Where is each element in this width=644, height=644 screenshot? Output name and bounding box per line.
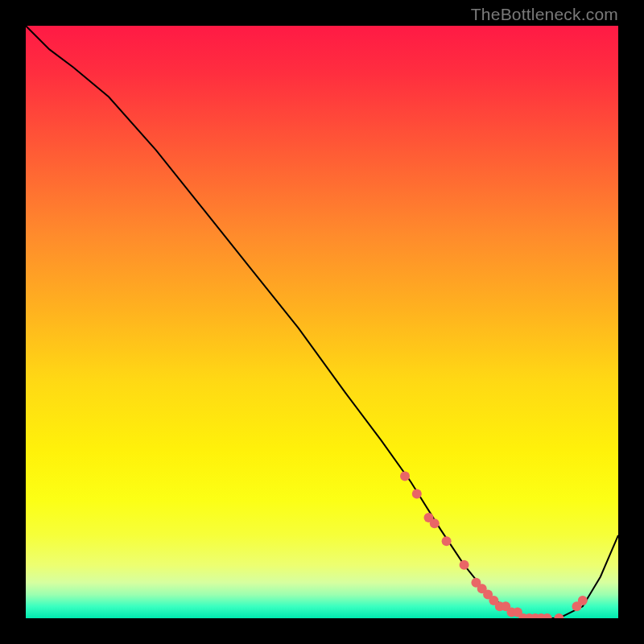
curve-svg xyxy=(26,26,618,618)
dot xyxy=(578,596,588,605)
highlight-dots xyxy=(400,471,588,618)
dot xyxy=(430,518,440,528)
dot xyxy=(442,536,452,546)
plot-area xyxy=(26,26,618,618)
dot xyxy=(400,471,410,481)
dot xyxy=(554,613,564,618)
chart-frame: TheBottleneck.com xyxy=(0,0,644,644)
dot xyxy=(543,613,552,618)
watermark-text: TheBottleneck.com xyxy=(471,5,618,24)
dot xyxy=(412,489,422,498)
main-curve xyxy=(26,26,618,618)
dot xyxy=(460,560,469,570)
